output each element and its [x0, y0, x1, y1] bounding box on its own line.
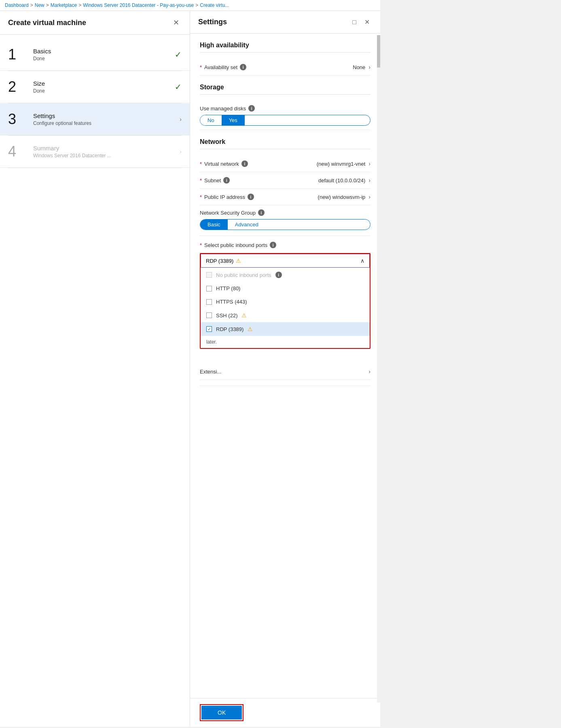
step-item-4[interactable]: 4 Summary Windows Server 2016 Datacenter…	[0, 136, 190, 168]
nsg-label-text: Network Security Group	[200, 210, 256, 216]
subnet-value-text: default (10.0.0.0/24)	[318, 177, 365, 184]
inbound-ports-note: later.	[201, 336, 370, 348]
availability-set-info-icon[interactable]: i	[240, 64, 246, 70]
extensions-chevron-icon: ›	[368, 368, 370, 375]
inbound-ports-dropdown-list: No public inbound ports i HTTP (80)	[201, 268, 370, 348]
step-1-content: Basics Done	[33, 48, 171, 61]
right-panel-content: High availability * Availability set i N…	[190, 34, 380, 698]
managed-disks-toggle: No Yes	[200, 115, 370, 126]
virtual-network-row[interactable]: * Virtual network i (new) winvmrg1-vnet …	[200, 156, 370, 172]
checkbox-rdp: ✓	[206, 326, 212, 332]
availability-set-chevron-icon: ›	[368, 64, 370, 70]
managed-disks-label: Use managed disks i	[200, 105, 370, 112]
ok-button[interactable]: OK	[201, 706, 242, 720]
inbound-ports-selected-text: RDP (3389)	[206, 258, 233, 264]
managed-disks-field: Use managed disks i No Yes	[200, 101, 370, 130]
step-item-3[interactable]: 3 Settings Configure optional features ›	[0, 103, 190, 135]
inbound-ports-required-star: *	[200, 242, 202, 248]
extensions-label-text: Extensi...	[200, 369, 221, 375]
right-panel-header: Settings □ ✕	[190, 11, 380, 34]
availability-set-required-star: *	[200, 64, 202, 70]
vnet-info-icon[interactable]: i	[241, 160, 248, 167]
public-ip-label-text: Public IP address	[204, 194, 245, 200]
public-ip-value-text: (new) windowsvm-ip	[318, 194, 366, 200]
subnet-row[interactable]: * Subnet i default (10.0.0.0/24) ›	[200, 172, 370, 189]
dropdown-item-http[interactable]: HTTP (80)	[201, 282, 370, 295]
dropdown-item-none-label: No public inbound ports	[216, 272, 271, 278]
step-4-arrow-icon: ›	[180, 148, 182, 155]
dropdown-item-ssh[interactable]: SSH (22) ⚠	[201, 308, 370, 322]
breadcrumb-marketplace[interactable]: Marketplace	[51, 2, 77, 8]
nsg-field: Network Security Group i Basic Advanced	[200, 205, 370, 236]
availability-set-value-text: None	[353, 64, 365, 70]
step-3-arrow-icon: ›	[180, 116, 182, 122]
scrollbar-track[interactable]	[377, 35, 380, 703]
nsg-info-icon[interactable]: i	[258, 209, 265, 216]
ssh-warning-icon: ⚠	[241, 312, 247, 319]
left-panel-title: Create virtual machine	[8, 19, 86, 27]
right-panel-close-button[interactable]: ✕	[362, 17, 372, 27]
network-title: Network	[200, 138, 370, 149]
nsg-basic-button[interactable]: Basic	[200, 219, 228, 230]
public-ip-row[interactable]: * Public IP address i (new) windowsvm-ip…	[200, 189, 370, 205]
breadcrumb-current[interactable]: Create virtu...	[200, 2, 229, 8]
step-4-title: Summary	[33, 145, 176, 152]
inbound-ports-dropdown-header[interactable]: RDP (3389) ⚠ ∧	[201, 254, 370, 268]
availability-set-label-text: Availability set	[204, 64, 237, 70]
availability-set-value: None ›	[353, 64, 370, 70]
steps-list: 1 Basics Done ✓ 2 Size Done ✓ 3	[0, 35, 190, 172]
nsg-label: Network Security Group i	[200, 209, 370, 216]
extensions-section: Extensi... ›	[200, 363, 370, 386]
virtual-network-value: (new) winvmrg1-vnet ›	[317, 160, 370, 167]
breadcrumb-new[interactable]: New	[35, 2, 44, 8]
step-1-check-icon: ✓	[175, 50, 182, 59]
checkbox-none	[206, 272, 212, 278]
inbound-ports-info-icon[interactable]: i	[270, 242, 276, 248]
inbound-ports-warning-icon: ⚠	[236, 257, 241, 264]
checkbox-https	[206, 299, 212, 305]
breadcrumb-sep-1: >	[30, 2, 33, 8]
public-ip-label: * Public IP address i	[200, 194, 254, 200]
breadcrumb: Dashboard > New > Marketplace > Windows …	[0, 0, 380, 11]
left-panel: Create virtual machine ✕ 1 Basics Done ✓…	[0, 11, 190, 727]
dropdown-item-none[interactable]: No public inbound ports i	[201, 268, 370, 282]
subnet-label: * Subnet i	[200, 177, 230, 184]
dropdown-item-ssh-label: SSH (22)	[216, 312, 237, 319]
step-item-2[interactable]: 2 Size Done ✓	[0, 71, 190, 103]
step-4-subtitle: Windows Server 2016 Datacenter ...	[33, 153, 176, 158]
breadcrumb-dashboard[interactable]: Dashboard	[5, 2, 29, 8]
nsg-advanced-button[interactable]: Advanced	[228, 219, 266, 230]
inbound-ports-dropdown-container: RDP (3389) ⚠ ∧ No public inbound ports i	[200, 253, 370, 349]
dropdown-item-rdp[interactable]: ✓ RDP (3389) ⚠	[201, 322, 370, 336]
extensions-value: ›	[368, 368, 370, 375]
subnet-label-text: Subnet	[204, 177, 221, 184]
subnet-info-icon[interactable]: i	[223, 177, 230, 184]
managed-disks-label-text: Use managed disks	[200, 106, 246, 112]
main-layout: Create virtual machine ✕ 1 Basics Done ✓…	[0, 11, 380, 727]
managed-disks-no-button[interactable]: No	[200, 115, 222, 125]
breadcrumb-sep-2: >	[46, 2, 49, 8]
step-3-subtitle: Configure optional features	[33, 120, 176, 126]
managed-disks-yes-button[interactable]: Yes	[222, 115, 245, 125]
left-panel-close-button[interactable]: ✕	[171, 17, 182, 28]
high-availability-section: High availability * Availability set i N…	[200, 42, 370, 76]
managed-disks-info-icon[interactable]: i	[248, 105, 255, 112]
step-item-1[interactable]: 1 Basics Done ✓	[0, 39, 190, 71]
dropdown-item-https[interactable]: HTTPS (443)	[201, 295, 370, 308]
step-2-check-icon: ✓	[175, 82, 182, 92]
maximize-icon: □	[352, 19, 356, 25]
dropdown-item-none-info-icon[interactable]: i	[275, 272, 282, 278]
virtual-network-label-text: Virtual network	[204, 161, 239, 167]
step-2-subtitle: Done	[33, 88, 171, 94]
public-ip-info-icon[interactable]: i	[248, 194, 254, 200]
extensions-row[interactable]: Extensi... ›	[200, 363, 370, 380]
breadcrumb-product[interactable]: Windows Server 2016 Datacenter - Pay-as-…	[83, 2, 194, 8]
availability-set-row[interactable]: * Availability set i None ›	[200, 59, 370, 76]
maximize-button[interactable]: □	[350, 18, 359, 27]
right-panel-footer: OK	[190, 698, 380, 727]
virtual-network-label: * Virtual network i	[200, 160, 248, 167]
storage-section: Storage Use managed disks i No Yes	[200, 84, 370, 130]
step-2-content: Size Done	[33, 80, 171, 94]
scrollbar-thumb[interactable]	[377, 35, 380, 68]
high-availability-title: High availability	[200, 42, 370, 53]
